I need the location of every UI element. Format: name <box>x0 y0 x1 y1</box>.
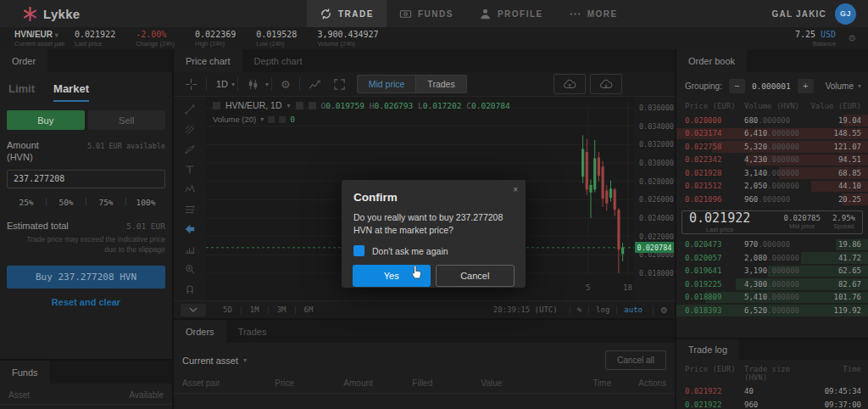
measure-icon[interactable] <box>184 244 196 256</box>
legend-action-icon[interactable] <box>268 116 275 123</box>
tab-market[interactable]: Market <box>53 82 89 102</box>
interval-dropdown[interactable]: 1D <box>209 79 231 89</box>
range-1m[interactable]: 1M <box>242 305 268 314</box>
tab-funds[interactable]: Funds <box>0 361 50 384</box>
gear-icon[interactable]: ⚙ <box>836 33 863 44</box>
nav-trade[interactable]: TRADE <box>307 0 387 27</box>
collapse-toolbar-button[interactable] <box>181 304 206 317</box>
tab-order-book[interactable]: Order book <box>676 49 747 72</box>
ask-row[interactable]: 0.0223424,230.00000094.51 <box>676 154 868 167</box>
book-volume-dropdown[interactable]: Volume <box>826 81 854 91</box>
trend-line-icon[interactable] <box>184 104 196 116</box>
tab-trade-log[interactable]: Trade log <box>676 339 739 360</box>
tab-order[interactable]: Order <box>0 49 47 72</box>
trade-log-row[interactable]: 0.02192296009:37:00 <box>676 398 868 409</box>
percent-button-50[interactable]: 50% <box>47 194 86 210</box>
funds-row[interactable]: HVN 68.421252 HVN <box>0 405 172 409</box>
grouping-increase-button[interactable]: + <box>798 79 814 93</box>
cloud-load-icon[interactable] <box>590 74 622 94</box>
grouping-decrease-button[interactable]: − <box>729 79 745 93</box>
balance-currency[interactable]: USD <box>821 30 836 39</box>
chevron-down-icon[interactable]: ▾ <box>287 102 291 109</box>
chevron-down-icon[interactable]: ▾ <box>243 356 247 364</box>
legend-collapse-icon[interactable] <box>213 102 220 109</box>
avatar[interactable]: GJ <box>835 3 856 25</box>
bid-row[interactable]: 0.0200572,080.00000041.72 <box>676 251 868 265</box>
bid-row[interactable]: 0.020473970.00000019.86 <box>676 238 868 252</box>
crosshair-icon[interactable] <box>179 78 203 91</box>
nav-more[interactable]: MORE <box>556 0 631 27</box>
reset-and-clear-link[interactable]: Reset and clear <box>0 297 172 307</box>
cancel-button[interactable]: Cancel <box>436 265 515 287</box>
bid-row[interactable]: 0.0188095,410.000000101.76 <box>676 291 868 305</box>
price-axis[interactable]: 0.0360000.0340000.0320000.0300000.028000… <box>634 97 675 300</box>
forecast-icon[interactable] <box>184 204 196 216</box>
mid-price-button[interactable]: Mid price <box>358 76 416 92</box>
legend-action-icon[interactable] <box>296 102 303 109</box>
candlestick-style-icon[interactable] <box>241 78 265 91</box>
brush-icon[interactable] <box>184 143 196 156</box>
scale-auto[interactable]: auto <box>616 305 649 314</box>
tab-price-chart[interactable]: Price chart <box>174 49 242 72</box>
scale-%[interactable]: % <box>570 305 588 314</box>
nav-funds[interactable]: FUNDS <box>387 0 466 27</box>
brand[interactable]: Lykke <box>0 7 80 21</box>
ask-row[interactable]: 0.028000680.00000019.04 <box>676 114 868 127</box>
chart-settings-gear-icon[interactable]: ⚙ <box>275 78 297 91</box>
legend-symbol[interactable]: HVN/EUR, 1D <box>225 100 282 110</box>
range-6m[interactable]: 6M <box>296 305 322 314</box>
user-box[interactable]: GAL JAKIC GJ <box>771 0 856 27</box>
trade-log-row[interactable]: 0.0219224009:45:34 <box>676 384 868 398</box>
indicators-icon[interactable] <box>303 78 327 91</box>
tab-orders[interactable]: Orders <box>174 320 226 343</box>
amount-input[interactable] <box>7 170 165 188</box>
scale-log[interactable]: log <box>588 305 616 314</box>
chevron-down-icon[interactable]: ▾ <box>231 81 235 88</box>
percent-button-75[interactable]: 75% <box>86 194 125 210</box>
chart-clock[interactable]: 20:39:15 (UTC) <box>493 305 558 314</box>
chevron-down-icon[interactable]: ▾ <box>55 31 58 39</box>
bid-row[interactable]: 0.0192254,300.00000082.67 <box>676 277 868 291</box>
percent-button-100[interactable]: 100% <box>126 194 165 210</box>
cancel-all-button[interactable]: Cancel all <box>605 350 666 370</box>
submit-buy-button[interactable]: Buy 237.277208 HVN <box>7 266 165 289</box>
sell-toggle-button[interactable]: Sell <box>88 110 166 130</box>
chevron-down-icon[interactable]: ▾ <box>265 81 269 88</box>
percent-button-25[interactable]: 25% <box>7 194 46 210</box>
bid-row[interactable]: 0.0183936,520.000000119.92 <box>676 304 868 317</box>
ask-row[interactable]: 0.0231746,410.000000148.55 <box>676 127 868 141</box>
tab-trades[interactable]: Trades <box>226 320 279 343</box>
pattern-icon[interactable] <box>184 183 196 196</box>
ask-row[interactable]: 0.0227585,320.000000121.07 <box>676 140 868 154</box>
asset-stat: 0.019528Low (24h) <box>256 30 297 48</box>
slippage-note: Trade price may exceed the indicative pr… <box>25 234 165 256</box>
dont-ask-checkbox[interactable] <box>353 245 364 256</box>
legend-action-icon[interactable] <box>279 116 286 123</box>
range-3m[interactable]: 3M <box>269 305 295 314</box>
asset-pair-selector[interactable]: HVN/EUR ▾ Current asset pair <box>0 30 75 48</box>
range-5d[interactable]: 5D <box>214 305 241 314</box>
ask-row[interactable]: 0.0219283,140.00000068.85 <box>676 166 868 180</box>
legend-action-icon[interactable] <box>309 102 316 109</box>
chevron-down-icon[interactable]: ▾ <box>858 82 861 90</box>
gann-fib-icon[interactable] <box>184 124 196 137</box>
current-asset-filter[interactable]: Current asset <box>182 356 238 366</box>
buy-toggle-button[interactable]: Buy <box>7 110 85 130</box>
magnet-icon[interactable] <box>184 283 196 296</box>
ask-row[interactable]: 0.0215122,050.00000044.10 <box>676 180 868 193</box>
text-tool-icon[interactable] <box>184 164 196 176</box>
cloud-save-icon[interactable] <box>554 74 586 94</box>
arrow-mark-icon[interactable] <box>184 223 196 236</box>
bid-row[interactable]: 0.0196413,190.00000062.65 <box>676 265 868 278</box>
close-icon[interactable]: × <box>513 186 518 194</box>
axis-settings-gear-icon[interactable]: ⚙ <box>653 305 668 315</box>
fullscreen-icon[interactable] <box>327 78 352 91</box>
zoom-in-icon[interactable] <box>184 263 196 276</box>
ask-row[interactable]: 0.021096960.00000020.25 <box>676 193 868 206</box>
tab-depth-chart[interactable]: Depth chart <box>242 49 314 72</box>
nav-profile[interactable]: PROFILE <box>466 0 556 27</box>
tab-limit[interactable]: Limit <box>8 82 35 102</box>
chevron-down-icon[interactable]: ▾ <box>260 115 264 123</box>
volume-label[interactable]: Volume (20) <box>213 115 256 124</box>
trades-button[interactable]: Trades <box>415 76 465 92</box>
